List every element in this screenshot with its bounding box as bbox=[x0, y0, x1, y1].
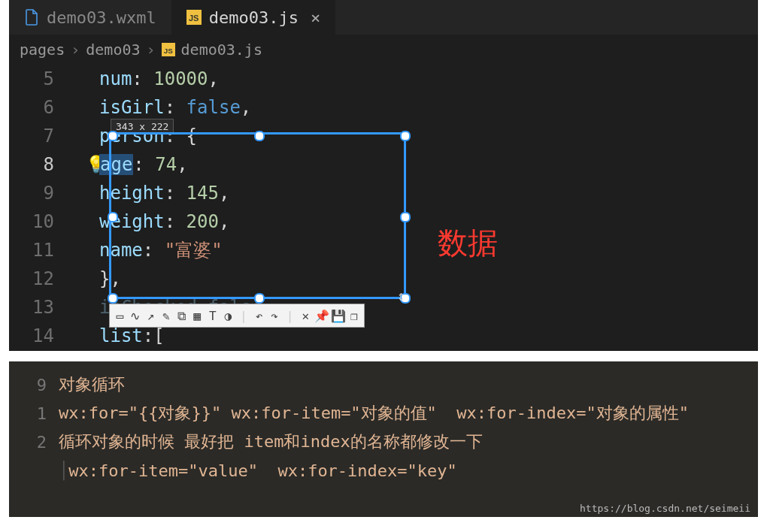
line-number: 6 bbox=[9, 93, 77, 122]
close-icon[interactable]: × bbox=[311, 8, 320, 27]
pen-tool-icon[interactable]: ✎ bbox=[159, 307, 174, 324]
line-number: 13 bbox=[9, 293, 77, 322]
line-number: 2 bbox=[9, 433, 47, 452]
list-item: 1 wx:for="{{对象}}" wx:for-item="对象的值" wx:… bbox=[9, 399, 758, 428]
line-number: 14 bbox=[9, 322, 77, 350]
snippet-pane: 9 对象循环 1 wx:for="{{对象}}" wx:for-item="对象… bbox=[9, 361, 758, 517]
line-number: 7 bbox=[9, 122, 77, 150]
list-item: 9 对象循环 bbox=[9, 370, 758, 399]
chevron-right-icon: › bbox=[71, 41, 80, 59]
breadcrumb-item[interactable]: demo03 bbox=[86, 41, 140, 59]
copy-icon[interactable]: ❐ bbox=[347, 307, 362, 324]
line-number: 11 bbox=[9, 236, 77, 264]
svg-text:JS: JS bbox=[163, 47, 172, 55]
annotation-toolbar: ▭ ∿ ↗ ✎ ⧉ ▦ T ◑ | ↶ ↷ | ✕ 📌 💾 ❐ bbox=[109, 304, 365, 328]
prop-key: age bbox=[99, 154, 133, 175]
resize-handle[interactable] bbox=[400, 131, 411, 141]
resize-handle[interactable] bbox=[400, 212, 411, 222]
text-tool-icon[interactable]: T bbox=[205, 307, 220, 324]
blur-tool-icon[interactable]: ◑ bbox=[221, 307, 235, 324]
file-icon bbox=[24, 9, 39, 26]
mosaic-tool-icon[interactable]: ▦ bbox=[190, 307, 205, 324]
rect-tool-icon[interactable]: ▭ bbox=[113, 307, 127, 324]
gutter: 5 6 7 8 9 10 11 12 13 14 bbox=[9, 65, 77, 350]
code-editor[interactable]: 5 6 7 8 9 10 11 12 13 14 💡 num: 10000, i… bbox=[9, 65, 758, 350]
js-icon: JS bbox=[162, 43, 175, 56]
watermark: https://blog.csdn.net/seimeii bbox=[580, 503, 750, 514]
prop-key: list bbox=[99, 325, 143, 346]
line-number: 10 bbox=[9, 207, 77, 236]
js-icon: JS bbox=[186, 10, 202, 25]
line-number: 1 bbox=[9, 404, 47, 423]
line-number: 9 bbox=[9, 376, 47, 394]
prop-key: height bbox=[99, 183, 165, 204]
prop-key: name bbox=[99, 240, 143, 261]
tab-label: demo03.js bbox=[209, 8, 299, 27]
line-number: 5 bbox=[9, 65, 77, 93]
i-beam-icon: ⇕ bbox=[397, 288, 405, 304]
freehand-tool-icon[interactable]: ∿ bbox=[129, 307, 143, 324]
breadcrumb-item[interactable]: pages bbox=[20, 41, 65, 59]
prop-key: num bbox=[99, 68, 132, 89]
breadcrumb-item[interactable]: demo03.js bbox=[181, 41, 262, 59]
list-item: 2 循环对象的时候 最好把 item和index的名称都修改一下 bbox=[9, 428, 758, 456]
list-item: │ wx:for-item="value" wx:for-index="key" bbox=[9, 456, 758, 485]
line-number: 12 bbox=[9, 264, 77, 293]
line-number: 8 bbox=[9, 150, 77, 179]
prop-key: isGirl bbox=[99, 97, 165, 118]
tab-bar: demo03.wxml JS demo03.js × bbox=[9, 0, 758, 35]
tab-wxml[interactable]: demo03.wxml bbox=[9, 0, 171, 35]
editor-pane: demo03.wxml JS demo03.js × pages › demo0… bbox=[9, 0, 758, 351]
line-number: 9 bbox=[9, 179, 77, 207]
chevron-right-icon: › bbox=[147, 41, 156, 59]
cancel-icon[interactable]: ✕ bbox=[299, 307, 313, 324]
selection-dimensions: 343 x 222 bbox=[111, 119, 174, 135]
pin-icon[interactable]: 📌 bbox=[314, 307, 329, 324]
undo-icon[interactable]: ↶ bbox=[252, 307, 266, 324]
redo-icon[interactable]: ↷ bbox=[268, 307, 282, 324]
breadcrumb[interactable]: pages › demo03 › JS demo03.js bbox=[9, 35, 758, 65]
save-icon[interactable]: 💾 bbox=[331, 307, 346, 324]
annotation-text: 数据 bbox=[438, 222, 498, 264]
tab-label: demo03.wxml bbox=[47, 8, 156, 27]
tab-js[interactable]: JS demo03.js × bbox=[171, 0, 335, 35]
svg-text:JS: JS bbox=[189, 14, 199, 23]
prop-key: weight bbox=[99, 211, 165, 232]
marker-tool-icon[interactable]: ⧉ bbox=[174, 307, 189, 324]
arrow-tool-icon[interactable]: ↗ bbox=[144, 307, 158, 324]
